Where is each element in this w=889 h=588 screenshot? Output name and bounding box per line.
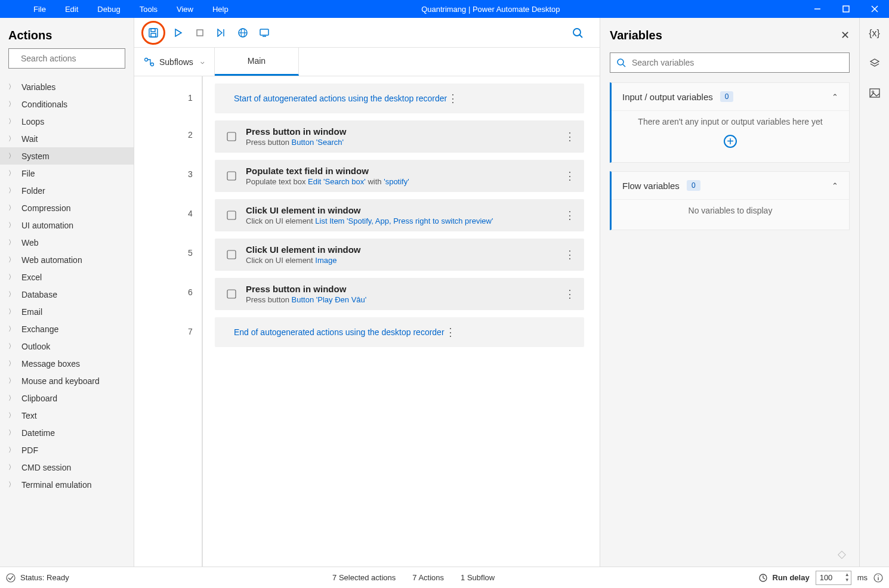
search-variables[interactable]: [610, 52, 850, 73]
io-variables-count: 0: [720, 91, 734, 102]
step-card[interactable]: Click UI element in windowClick on UI el…: [215, 239, 584, 271]
menu-debug[interactable]: Debug: [88, 5, 129, 14]
step-row[interactable]: 6Press button in windowPress button Butt…: [215, 278, 584, 310]
images-rail-button[interactable]: [868, 86, 882, 100]
tree-item-compression[interactable]: 〉Compression: [0, 199, 134, 216]
tree-item-web[interactable]: 〉Web: [0, 234, 134, 251]
status-check-icon: [6, 573, 16, 583]
tree-item-label: PDF: [21, 445, 38, 455]
subflows-dropdown[interactable]: Subflows ⌵: [134, 48, 215, 76]
tree-item-wait[interactable]: 〉Wait: [0, 130, 134, 147]
run-button[interactable]: [168, 22, 189, 44]
search-actions-input[interactable]: [21, 54, 125, 63]
tree-item-terminal-emulation[interactable]: 〉Terminal emulation: [0, 476, 134, 493]
tree-item-text[interactable]: 〉Text: [0, 407, 134, 424]
tree-item-label: UI automation: [21, 221, 73, 230]
run-delay-input[interactable]: 100 ▲▼: [816, 571, 851, 585]
step-row[interactable]: 1Start of autogenerated actions using th…: [215, 83, 584, 113]
layers-rail-button[interactable]: [868, 56, 882, 70]
tree-item-clipboard[interactable]: 〉Clipboard: [0, 389, 134, 407]
step-card[interactable]: Start of autogenerated actions using the…: [215, 83, 584, 113]
add-io-variable-button[interactable]: +: [724, 135, 737, 148]
flow-variables-toggle[interactable]: Flow variables 0 ⌃: [612, 172, 849, 199]
close-variables-button[interactable]: ✕: [841, 29, 850, 42]
step-more-button[interactable]: ⋮: [564, 287, 576, 301]
step-more-button[interactable]: ⋮: [564, 169, 576, 182]
chevron-up-icon: ⌃: [832, 92, 838, 101]
step-row[interactable]: 3Populate text field in windowPopulate t…: [215, 160, 584, 192]
step-button[interactable]: [211, 22, 232, 44]
tree-item-conditionals[interactable]: 〉Conditionals: [0, 95, 134, 113]
action-tree[interactable]: 〉Variables〉Conditionals〉Loops〉Wait〉Syste…: [0, 78, 134, 567]
step-card[interactable]: Populate text field in windowPopulate te…: [215, 160, 584, 192]
svg-rect-1: [843, 6, 849, 12]
chevron-right-icon: 〉: [8, 169, 17, 178]
tree-item-variables[interactable]: 〉Variables: [0, 78, 134, 95]
web-recorder-button[interactable]: [232, 22, 254, 44]
close-button[interactable]: [860, 0, 889, 18]
step-more-button[interactable]: ⋮: [564, 248, 576, 261]
status-subflow: 1 Subflow: [461, 573, 495, 582]
save-button[interactable]: [141, 21, 165, 45]
tree-item-web-automation[interactable]: 〉Web automation: [0, 251, 134, 268]
desktop-recorder-button[interactable]: [254, 22, 275, 44]
minimize-button[interactable]: [803, 0, 832, 18]
tab-main[interactable]: Main: [215, 48, 299, 76]
svg-point-27: [618, 59, 623, 65]
tree-item-pdf[interactable]: 〉PDF: [0, 441, 134, 459]
tree-item-outlook[interactable]: 〉Outlook: [0, 338, 134, 355]
chevron-right-icon: 〉: [8, 273, 17, 281]
step-card[interactable]: Press button in windowPress button Butto…: [215, 120, 584, 153]
tree-item-label: Excel: [21, 273, 42, 282]
step-card[interactable]: End of autogenerated actions using the d…: [215, 317, 584, 347]
tree-item-folder[interactable]: 〉Folder: [0, 182, 134, 199]
step-card[interactable]: Press button in windowPress button Butto…: [215, 278, 584, 310]
tree-item-email[interactable]: 〉Email: [0, 303, 134, 320]
chevron-right-icon: 〉: [8, 342, 17, 351]
search-actions[interactable]: [8, 48, 125, 69]
step-more-button[interactable]: ⋮: [564, 130, 576, 143]
chevron-right-icon: 〉: [8, 186, 17, 195]
tree-item-label: Conditionals: [21, 100, 67, 109]
step-row[interactable]: 7End of autogenerated actions using the …: [215, 317, 584, 347]
tree-item-file[interactable]: 〉File: [0, 165, 134, 182]
step-more-button[interactable]: ⋮: [444, 326, 456, 339]
tree-item-loops[interactable]: 〉Loops: [0, 113, 134, 130]
tree-item-exchange[interactable]: 〉Exchange: [0, 320, 134, 338]
tree-item-message-boxes[interactable]: 〉Message boxes: [0, 355, 134, 372]
step-more-button[interactable]: ⋮: [447, 92, 459, 105]
step-row[interactable]: 4Click UI element in windowClick on UI e…: [215, 199, 584, 231]
tree-item-database[interactable]: 〉Database: [0, 286, 134, 303]
search-flow-button[interactable]: [563, 27, 592, 38]
maximize-button[interactable]: [832, 0, 860, 18]
chevron-right-icon: 〉: [8, 463, 17, 472]
step-card[interactable]: Click UI element in windowClick on UI el…: [215, 199, 584, 231]
eraser-icon[interactable]: ◇: [610, 541, 850, 567]
variables-rail-button[interactable]: {x}: [868, 26, 882, 41]
step-row[interactable]: 5Click UI element in windowClick on UI e…: [215, 239, 584, 271]
io-variables-empty: There aren't any input or output variabl…: [622, 117, 838, 126]
io-variables-toggle[interactable]: Input / output variables 0 ⌃: [612, 83, 849, 110]
stop-button[interactable]: [189, 22, 211, 44]
menu-tools[interactable]: Tools: [130, 5, 167, 14]
tree-item-mouse-and-keyboard[interactable]: 〉Mouse and keyboard: [0, 372, 134, 389]
search-variables-input[interactable]: [632, 58, 843, 67]
tree-item-datetime[interactable]: 〉Datetime: [0, 424, 134, 441]
tree-item-system[interactable]: 〉System: [0, 147, 134, 165]
search-icon: [616, 58, 626, 67]
menu-edit[interactable]: Edit: [55, 5, 88, 14]
tree-item-ui-automation[interactable]: 〉UI automation: [0, 216, 134, 234]
step-row[interactable]: 2Press button in windowPress button Butt…: [215, 120, 584, 153]
step-subtitle: Click on UI element List Item 'Spotify, …: [246, 216, 564, 225]
spinner-buttons[interactable]: ▲▼: [845, 572, 850, 583]
status-bar: Status: Ready 7 Selected actions 7 Actio…: [0, 567, 889, 588]
tree-item-excel[interactable]: 〉Excel: [0, 268, 134, 286]
chevron-right-icon: 〉: [8, 394, 17, 403]
svg-rect-7: [151, 29, 155, 32]
canvas[interactable]: 1Start of autogenerated actions using th…: [134, 76, 600, 567]
menu-file[interactable]: File: [24, 5, 55, 14]
info-icon[interactable]: [873, 573, 883, 583]
tree-item-cmd-session[interactable]: 〉CMD session: [0, 459, 134, 476]
step-more-button[interactable]: ⋮: [564, 209, 576, 222]
step-icon: [223, 171, 240, 181]
